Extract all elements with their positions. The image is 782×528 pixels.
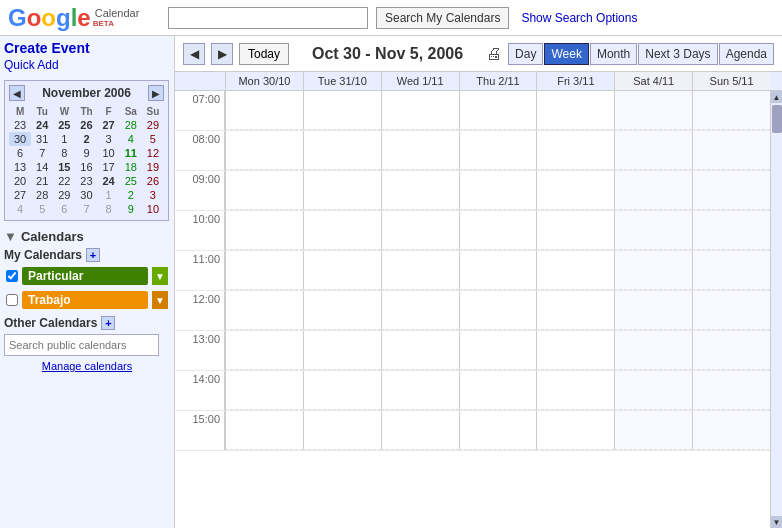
day-cell[interactable] [614,291,692,330]
day-cell[interactable] [614,131,692,170]
day-cell[interactable] [303,291,381,330]
mini-cal-day[interactable]: 9 [120,202,142,216]
mini-cal-day[interactable]: 5 [31,202,53,216]
day-cell[interactable] [692,91,770,130]
day-cell[interactable] [614,211,692,250]
mini-cal-day[interactable]: 8 [53,146,75,160]
mini-cal-day[interactable]: 27 [9,188,31,202]
day-cell[interactable] [225,411,303,450]
mini-cal-day[interactable]: 1 [53,132,75,146]
day-cell[interactable] [692,371,770,410]
day-cell[interactable] [303,171,381,210]
day-cell[interactable] [536,251,614,290]
day-header-5[interactable]: Sat 4/11 [614,72,692,90]
mini-cal-day[interactable]: 24 [98,174,120,188]
day-cell[interactable] [303,331,381,370]
mini-cal-day[interactable]: 26 [142,174,164,188]
mini-cal-day[interactable]: 25 [120,174,142,188]
day-cell[interactable] [692,131,770,170]
mini-cal-day[interactable]: 3 [98,132,120,146]
mini-cal-day[interactable]: 11 [120,146,142,160]
day-cell[interactable] [225,251,303,290]
show-search-options-link[interactable]: Show Search Options [521,11,637,25]
mini-cal-day[interactable]: 4 [120,132,142,146]
day-cell[interactable] [459,331,537,370]
prev-week-button[interactable]: ◀ [183,43,205,65]
search-my-calendars-button[interactable]: Search My Calendars [376,7,509,29]
day-cell[interactable] [225,371,303,410]
mini-cal-day[interactable]: 7 [31,146,53,160]
day-cell[interactable] [381,291,459,330]
mini-cal-day[interactable]: 1 [98,188,120,202]
day-cell[interactable] [692,291,770,330]
mini-cal-day[interactable]: 24 [31,118,53,132]
day-cell[interactable] [381,131,459,170]
search-public-calendars-input[interactable] [4,334,159,356]
next-week-button[interactable]: ▶ [211,43,233,65]
mini-cal-next-button[interactable]: ▶ [148,85,164,101]
calendar-trabajo-checkbox[interactable] [6,294,18,306]
mini-cal-day[interactable]: 15 [53,160,75,174]
mini-cal-day[interactable]: 30 [9,132,31,146]
day-cell[interactable] [381,371,459,410]
day-cell[interactable] [536,131,614,170]
day-cell[interactable] [536,211,614,250]
day-cell[interactable] [614,171,692,210]
day-header-4[interactable]: Fri 3/11 [536,72,614,90]
day-cell[interactable] [692,411,770,450]
manage-calendars-link[interactable]: Manage calendars [4,360,170,372]
day-cell[interactable] [536,91,614,130]
mini-cal-day[interactable]: 13 [9,160,31,174]
view-day-button[interactable]: Day [508,43,543,65]
scrollbar-down-arrow[interactable]: ▼ [771,516,783,528]
mini-cal-day[interactable]: 17 [98,160,120,174]
scrollbar[interactable]: ▲ ▼ [770,91,782,528]
day-cell[interactable] [614,251,692,290]
calendar-particular-dropdown[interactable]: ▼ [152,267,168,285]
day-cell[interactable] [459,251,537,290]
view-week-button[interactable]: Week [544,43,588,65]
day-cell[interactable] [303,411,381,450]
calendars-section-header[interactable]: ▼ Calendars [4,229,170,244]
mini-cal-day[interactable]: 3 [142,188,164,202]
mini-cal-day[interactable]: 14 [31,160,53,174]
day-cell[interactable] [225,211,303,250]
day-cell[interactable] [692,251,770,290]
mini-cal-day[interactable]: 6 [53,202,75,216]
mini-cal-day[interactable]: 30 [75,188,97,202]
print-icon[interactable]: 🖨 [486,45,502,63]
calendar-trabajo-dropdown[interactable]: ▼ [152,291,168,309]
day-header-0[interactable]: Mon 30/10 [225,72,303,90]
day-cell[interactable] [303,251,381,290]
view-next-3-days-button[interactable]: Next 3 Days [638,43,717,65]
mini-cal-day[interactable]: 21 [31,174,53,188]
day-cell[interactable] [459,131,537,170]
mini-cal-day[interactable]: 10 [98,146,120,160]
day-cell[interactable] [225,131,303,170]
day-cell[interactable] [381,331,459,370]
add-my-calendar-icon[interactable]: + [86,248,100,262]
view-month-button[interactable]: Month [590,43,637,65]
view-agenda-button[interactable]: Agenda [719,43,774,65]
mini-cal-day[interactable]: 7 [75,202,97,216]
scrollbar-up-arrow[interactable]: ▲ [771,91,783,103]
day-cell[interactable] [381,171,459,210]
mini-cal-day[interactable]: 9 [75,146,97,160]
today-button[interactable]: Today [239,43,289,65]
mini-cal-day[interactable]: 29 [142,118,164,132]
day-cell[interactable] [536,331,614,370]
day-cell[interactable] [225,331,303,370]
mini-cal-day[interactable]: 31 [31,132,53,146]
day-cell[interactable] [459,371,537,410]
day-header-6[interactable]: Sun 5/11 [692,72,770,90]
mini-cal-day[interactable]: 8 [98,202,120,216]
create-event-link[interactable]: Create Event [4,40,170,56]
day-cell[interactable] [536,171,614,210]
day-cell[interactable] [459,411,537,450]
mini-cal-day[interactable]: 18 [120,160,142,174]
day-cell[interactable] [381,211,459,250]
mini-cal-day[interactable]: 29 [53,188,75,202]
mini-cal-day[interactable]: 26 [75,118,97,132]
day-cell[interactable] [303,131,381,170]
day-cell[interactable] [614,411,692,450]
